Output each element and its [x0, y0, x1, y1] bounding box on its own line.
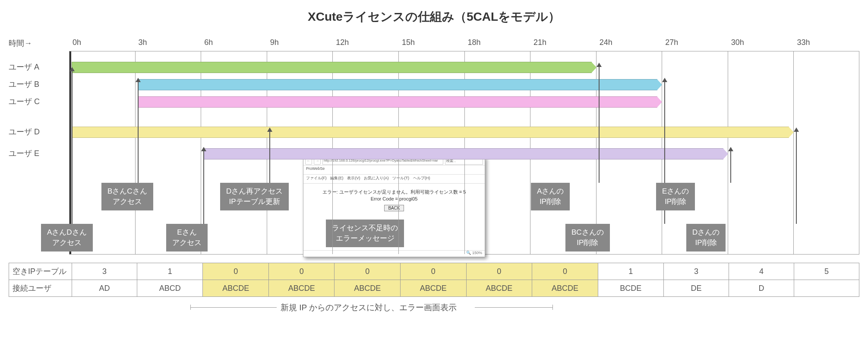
hour-label: 9h	[270, 38, 279, 47]
callout-arrow	[599, 66, 600, 183]
callout-arrow	[203, 150, 204, 224]
callout-c4: Dさん再アクセスIPテーブル更新	[220, 183, 289, 210]
free-ip-cell: 3	[663, 263, 729, 280]
user-row-label: ユーザ C	[9, 96, 65, 107]
connected-users-cell: ABCDE	[335, 280, 401, 297]
hour-label: 15h	[402, 38, 415, 47]
callout-c2: BさんCさんアクセス	[101, 183, 153, 210]
user-bar-ユーザ C	[138, 96, 658, 108]
hour-label: 18h	[468, 38, 481, 47]
callout-arrow	[730, 150, 731, 183]
grid-line	[859, 51, 859, 254]
callout-line2: IP削除	[577, 239, 598, 247]
callout-line2: IPテーブル更新	[229, 197, 280, 206]
connected-users-cell: D	[729, 280, 794, 297]
hour-label: 12h	[336, 38, 349, 47]
free-ip-cell: 4	[729, 263, 794, 280]
user-bar-ユーザ E	[203, 148, 723, 159]
callout-line2: IP削除	[540, 197, 561, 206]
foot-tick-right	[552, 305, 553, 310]
free-ip-cell: 0	[401, 263, 467, 280]
connected-users-cell: DE	[663, 280, 729, 297]
back-button[interactable]: BACK	[384, 205, 404, 211]
connected-users-cell: ABCDE	[268, 280, 335, 297]
callout-line1: Eさん	[177, 228, 196, 236]
callout-line2: IP削除	[695, 239, 717, 247]
error-caption-l2: エラーメッセージ	[336, 234, 395, 242]
free-ip-cell: 1	[137, 263, 203, 280]
foot-line-right	[475, 307, 552, 308]
callout-c7: EさんのIP削除	[656, 183, 695, 210]
footer-note-area: 新規 IP からのアクセスに対し、エラー画面表示	[9, 302, 859, 315]
callout-line1: Aさんの	[537, 187, 564, 195]
timeline-chart: 時間→ ← → http://192.168.0.128/procgi12/pr…	[9, 38, 859, 263]
zoom-status: 🔍 150%	[303, 250, 485, 257]
callout-line1: AさんDさん	[47, 228, 87, 236]
free-ip-cell: 0	[466, 263, 532, 280]
grid-line	[793, 51, 794, 254]
user-row-label: ユーザ A	[9, 62, 65, 72]
callout-arrow	[72, 70, 73, 224]
user-bar-ユーザ B	[138, 79, 658, 90]
browser-tab: ProWebSe	[303, 166, 485, 175]
free-ip-cell: 5	[794, 263, 859, 280]
free-ip-cell: 0	[203, 263, 269, 280]
user-row-label: ユーザ B	[9, 79, 65, 89]
connected-users-cell: BCDE	[598, 280, 663, 297]
callout-line1: BCさんの	[571, 228, 604, 236]
diagram-title: XCuteライセンスの仕組み（5CALをモデル）	[9, 9, 859, 25]
callout-c5: AさんのIP削除	[531, 183, 570, 210]
hour-label: 0h	[73, 38, 81, 47]
callout-c3: Eさんアクセス	[166, 224, 208, 251]
hour-label: 21h	[533, 38, 546, 47]
callout-c6: BCさんのIP削除	[565, 224, 610, 251]
error-message-2: Error Code = procgi05	[309, 196, 480, 201]
hour-label: 33h	[797, 38, 810, 47]
callout-c1: AさんDさんアクセス	[41, 224, 93, 251]
callout-arrow	[138, 81, 139, 183]
connected-users-cell: ABCD	[137, 280, 203, 297]
callout-line2: アクセス	[172, 239, 202, 247]
callout-line1: BさんCさん	[107, 187, 147, 195]
hour-label: 6h	[204, 38, 213, 47]
free-ip-cell: 0	[268, 263, 335, 280]
status-table: 空きIPテーブル 310000001345 接続ユーザ ADABCDABCDEA…	[9, 263, 859, 297]
row-header-free-ip: 空きIPテーブル	[9, 263, 72, 280]
time-axis-label: 時間→	[9, 38, 65, 48]
free-ip-cell: 1	[598, 263, 663, 280]
callout-line1: Dさんの	[692, 228, 720, 236]
free-ip-cell: 3	[72, 263, 137, 280]
hour-label: 3h	[139, 38, 147, 47]
callout-line2: アクセス	[113, 197, 142, 206]
connected-users-cell: ABCDE	[532, 280, 598, 297]
callout-line1: Dさん再アクセス	[226, 187, 283, 195]
row-header-connected: 接続ユーザ	[9, 280, 72, 297]
error-caption-l1: ライセンス不足時の	[332, 224, 398, 232]
hour-label: 27h	[665, 38, 678, 47]
user-row-label: ユーザ E	[9, 148, 65, 159]
callout-line2: IP削除	[665, 197, 686, 206]
connected-users-cell: ABCDE	[203, 280, 269, 297]
hour-label: 30h	[731, 38, 744, 47]
free-ip-cell: 0	[532, 263, 598, 280]
connected-users-cell	[794, 280, 859, 297]
callout-arrow	[796, 131, 797, 224]
user-row-label: ユーザ D	[9, 127, 65, 137]
callout-line2: アクセス	[52, 239, 82, 247]
connected-users-cell: ABCDE	[466, 280, 532, 297]
error-caption: ライセンス不足時の エラーメッセージ	[326, 220, 404, 247]
error-message-1: エラー: ユーザライセンスが足りません。利用可能ライセンス数 = 5	[309, 189, 480, 195]
connected-users-cell: AD	[72, 280, 137, 297]
user-bar-ユーザ D	[72, 127, 789, 138]
connected-users-cell: ABCDE	[401, 280, 467, 297]
user-bar-ユーザ A	[72, 62, 592, 73]
free-ip-cell: 0	[335, 263, 401, 280]
footer-note-text: 新規 IP からのアクセスに対し、エラー画面表示	[281, 302, 457, 313]
callout-line1: Eさんの	[662, 187, 689, 195]
callout-c8: DさんのIP削除	[686, 224, 726, 251]
hour-label: 24h	[600, 38, 612, 47]
callout-arrow	[269, 131, 270, 183]
foot-line-left	[190, 307, 277, 308]
browser-menu: ファイル(F) 編集(E) 表示(V) お気に入り(A) ツール(T) ヘルプ(…	[303, 175, 485, 184]
